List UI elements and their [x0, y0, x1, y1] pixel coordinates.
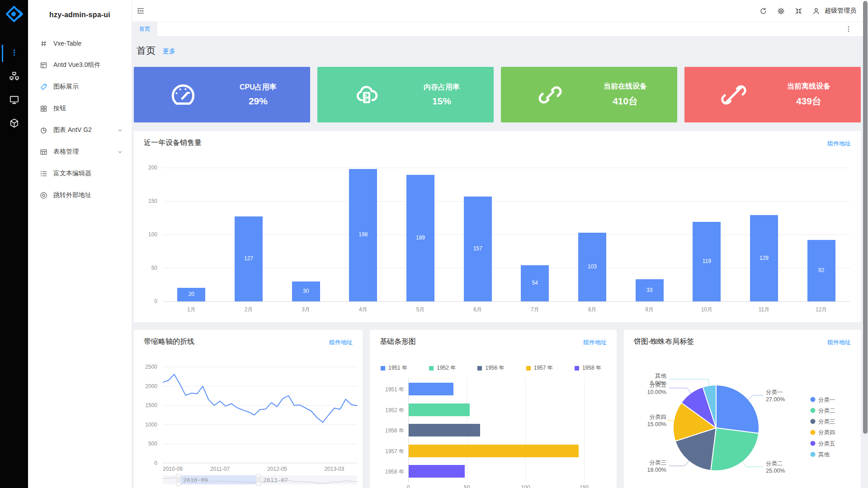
user-name[interactable]: 超级管理员 — [825, 7, 856, 15]
rail-item-menu[interactable] — [0, 43, 28, 63]
app-logo[interactable] — [5, 5, 23, 23]
legend-marker[interactable] — [811, 452, 816, 457]
slider-handle[interactable] — [176, 474, 181, 486]
stat-card-label: 内存占用率 — [424, 83, 460, 92]
line-chart-link[interactable]: 组件地址 — [329, 338, 353, 347]
legend-label[interactable]: 分类二 — [818, 408, 835, 414]
stat-card-2[interactable]: 当前在线设备410台 — [501, 67, 677, 122]
legend-marker[interactable] — [811, 397, 816, 402]
menu-fold-icon[interactable] — [137, 7, 145, 15]
pie-label-connector — [742, 461, 763, 467]
bar-1952 年[interactable] — [409, 404, 470, 416]
x-tick-label: 4月 — [335, 306, 392, 314]
hash-icon — [40, 40, 47, 47]
table-icon — [40, 148, 47, 156]
slider-handle-label: 2013-07 — [263, 477, 288, 483]
legend-marker — [526, 366, 531, 371]
y-tick-label: 0 — [134, 298, 157, 305]
x-tick-label: 2013-03 — [324, 466, 344, 472]
rail-item-cluster[interactable] — [0, 67, 28, 87]
sidebar-item-4[interactable]: 图表 AntV G2 — [28, 119, 132, 141]
bar-1957 年[interactable] — [409, 445, 579, 457]
legend-label[interactable]: 分类三 — [818, 418, 835, 425]
rail-item-cube[interactable] — [0, 114, 28, 134]
pie-slice-分类二[interactable] — [711, 428, 759, 471]
y-tick-label: 1500 — [145, 402, 157, 408]
y-tick-label: 2000 — [145, 383, 157, 389]
x-tick-label: 2012-05 — [267, 466, 287, 472]
hbar-chart-card: 基础条形图 组件地址 1951 年1952 年1956 年1957 年1958 … — [370, 330, 617, 488]
tag-icon — [40, 83, 47, 91]
pie-label-connector — [669, 460, 689, 466]
bar-1956 年[interactable] — [409, 424, 480, 436]
stat-card-texts: 当前离线设备439台 — [764, 67, 854, 122]
stat-card-0[interactable]: CPU占用率29% — [134, 67, 310, 122]
sales-chart-title: 近一年设备销售量 — [144, 138, 202, 148]
bar-value-label: 119 — [693, 258, 721, 264]
gear-icon[interactable] — [777, 7, 785, 15]
y-tick-label: 500 — [148, 441, 157, 447]
legend-marker[interactable] — [811, 430, 816, 435]
pie-chart-card: 饼图-蜘蛛布局标签 组件地址 分类一27.00%分类二25.00%分类三18.0… — [624, 330, 861, 488]
app-root: hzy-admin-spa-ui Vxe-TableAntd Vue3.0组件图… — [0, 0, 868, 488]
legend-item-0[interactable]: 1951 年 — [381, 364, 407, 372]
legend-label: 1952 年 — [437, 364, 456, 372]
sidebar-item-7[interactable]: 跳转外部地址 — [28, 184, 132, 206]
legend-item-3[interactable]: 1957 年 — [526, 364, 553, 372]
legend-marker[interactable] — [811, 408, 816, 413]
pie-label-pct: 10.00% — [647, 389, 666, 395]
pie-spider-chart: 分类一27.00%分类二25.00%分类三18.00%分类四15.00%分类五1… — [624, 330, 861, 488]
sidebar-item-3[interactable]: 按钮 — [28, 98, 132, 119]
legend-label[interactable]: 分类一 — [818, 397, 835, 403]
stat-card-3[interactable]: 当前离线设备439台 — [684, 67, 861, 122]
more-link[interactable]: 更多 — [163, 47, 175, 56]
legend-item-4[interactable]: 1958 年 — [575, 364, 601, 372]
logo-diamond-icon — [5, 5, 23, 23]
pie-slice-分类一[interactable] — [716, 385, 759, 433]
legend-marker[interactable] — [811, 441, 816, 446]
link-icon — [537, 82, 563, 108]
chevron-down-icon — [118, 150, 123, 154]
monitor-icon — [9, 94, 19, 107]
sales-chart-card: 近一年设备销售量 组件地址 050100150200201月1272月303月1… — [134, 131, 861, 322]
sidebar-item-0[interactable]: Vxe-Table — [28, 33, 132, 54]
fullscreen-exit-icon[interactable] — [795, 7, 802, 15]
legend-label[interactable]: 其他 — [818, 451, 830, 458]
layout-icon — [40, 61, 47, 69]
tab-more-icon[interactable] — [845, 25, 852, 33]
legend-marker[interactable] — [811, 419, 816, 424]
sidebar-item-label: 图表 AntV G2 — [53, 126, 92, 134]
pie-chart-link[interactable]: 组件地址 — [827, 338, 851, 347]
unlink-icon — [721, 82, 747, 108]
sidebar-item-6[interactable]: 富文本编辑器 — [28, 163, 132, 184]
x-tick-label: 0 — [399, 484, 417, 488]
pie-label-name: 分类二 — [766, 460, 783, 467]
legend-label[interactable]: 分类四 — [818, 429, 835, 436]
pie-chart-svg: 分类一27.00%分类二25.00%分类三18.00%分类四15.00%分类五1… — [624, 330, 861, 488]
hbar-chart-link[interactable]: 组件地址 — [583, 338, 607, 347]
sidebar-item-2[interactable]: 图标展示 — [28, 76, 132, 98]
legend-item-2[interactable]: 1956 年 — [477, 364, 504, 372]
user-icon[interactable] — [812, 7, 820, 15]
x-tick-label: 12月 — [793, 306, 850, 314]
cloud-server-icon — [354, 82, 380, 108]
slider-handle[interactable] — [256, 474, 261, 486]
bar-1958 年[interactable] — [409, 465, 465, 478]
pie-label-pct: 25.00% — [766, 468, 785, 474]
sidebar-item-1[interactable]: Antd Vue3.0组件 — [28, 54, 132, 76]
gridline — [163, 201, 850, 202]
tab-home[interactable]: 首页 — [132, 22, 157, 36]
vertical-scrollbar[interactable] — [863, 1, 868, 434]
sidebar-item-label: 按钮 — [53, 104, 66, 113]
bar-value-label: 157 — [464, 245, 492, 252]
sales-chart-link[interactable]: 组件地址 — [827, 140, 851, 148]
compass-icon — [40, 192, 47, 199]
stat-card-1[interactable]: 内存占用率15% — [317, 67, 494, 122]
rail-item-monitor[interactable] — [0, 90, 28, 110]
sidebar-item-5[interactable]: 表格管理 — [28, 141, 132, 163]
legend-label[interactable]: 分类五 — [818, 441, 835, 447]
sidebar-item-label: Vxe-Table — [53, 40, 81, 47]
bar-1951 年[interactable] — [409, 383, 453, 395]
legend-item-1[interactable]: 1952 年 — [429, 364, 456, 372]
reload-icon[interactable] — [760, 7, 767, 15]
